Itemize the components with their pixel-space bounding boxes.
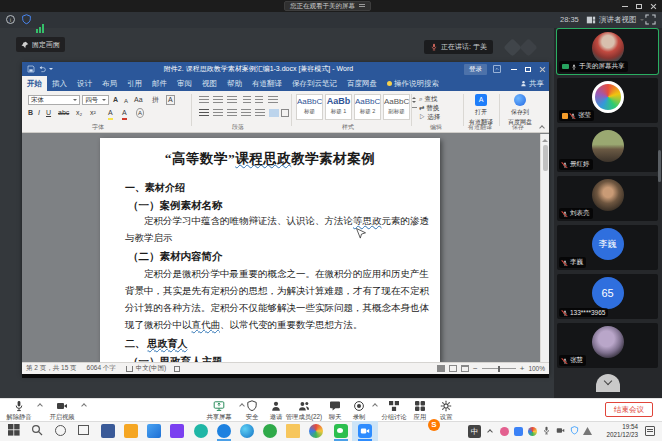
tab-baidupan[interactable]: 百度网盘: [342, 76, 382, 91]
notes-app-icon[interactable]: [124, 424, 138, 438]
wechat-icon[interactable]: [334, 424, 348, 438]
participant-tile[interactable]: 65 133****3965: [557, 274, 658, 319]
numbering-icon[interactable]: [213, 96, 223, 104]
tab-references[interactable]: 引用: [122, 76, 147, 91]
breakout-rooms-button[interactable]: 分组讨论: [376, 400, 412, 422]
style-title[interactable]: AaBbC标题: [296, 94, 323, 120]
tab-layout[interactable]: 布局: [97, 76, 122, 91]
maximize-button[interactable]: [632, 0, 646, 12]
ribbon-display-icon[interactable]: [493, 65, 501, 73]
pin-tooltip[interactable]: 固定画面: [16, 37, 65, 52]
purple-app-icon[interactable]: [170, 424, 184, 438]
subscript-button[interactable]: x₂: [76, 108, 82, 118]
participant-tile[interactable]: 李巍 李巍: [557, 225, 658, 270]
justify-icon[interactable]: [241, 109, 251, 117]
read-mode-icon[interactable]: [437, 365, 445, 372]
fullscreen-icon[interactable]: [645, 14, 656, 25]
font-name-select[interactable]: 宋体: [28, 95, 80, 105]
styles-gallery-scroll[interactable]: [412, 95, 417, 108]
cortana-icon[interactable]: [54, 424, 68, 438]
share-screen-button[interactable]: 共享屏幕: [200, 400, 238, 422]
participant-tile[interactable]: 景红婷: [557, 127, 658, 172]
start-video-button[interactable]: 开启视频: [44, 400, 80, 422]
edge-icon[interactable]: [240, 424, 254, 438]
tray-app-icon[interactable]: [528, 427, 537, 436]
participant-tile[interactable]: 刘表亮: [557, 176, 658, 221]
share-button[interactable]: 共享: [515, 76, 549, 91]
grow-font-button[interactable]: A: [113, 95, 118, 105]
bold-button[interactable]: B: [28, 108, 33, 118]
docs-app-icon[interactable]: [147, 424, 161, 438]
tray-app-icon[interactable]: [514, 427, 523, 436]
tab-mailings[interactable]: 邮件: [147, 76, 172, 91]
security-button[interactable]: 安全: [240, 400, 264, 422]
bullets-icon[interactable]: [199, 96, 209, 104]
word-close-button[interactable]: [535, 63, 549, 75]
shading-icon[interactable]: [269, 109, 279, 117]
close-button[interactable]: [646, 0, 660, 12]
language-indicator[interactable]: 中文(中国): [136, 364, 166, 373]
style-heading1[interactable]: AaBb标题 1: [325, 94, 352, 120]
select-button[interactable]: ▷ 选择: [419, 112, 440, 122]
photos-app-icon[interactable]: [309, 424, 323, 438]
collapse-sidebar-button[interactable]: [596, 374, 620, 392]
font-color-button[interactable]: A: [122, 108, 127, 120]
decrease-indent-icon[interactable]: [243, 96, 251, 104]
search-icon[interactable]: [31, 424, 45, 438]
word-count[interactable]: 6064 个字: [87, 364, 116, 373]
chat-button[interactable]: 聊天: [323, 400, 347, 422]
tell-me-search[interactable]: 操作说明搜索: [382, 76, 444, 91]
sogou-ime-icon[interactable]: S: [428, 419, 440, 431]
align-center-icon[interactable]: [213, 109, 223, 117]
settings-button[interactable]: 设置: [434, 400, 458, 422]
youdao-translate-icon[interactable]: A: [475, 94, 487, 106]
style-heading2[interactable]: AaBbC标题 2: [354, 94, 381, 120]
zoom-in-button[interactable]: +: [520, 364, 525, 373]
character-border-button[interactable]: A: [166, 95, 175, 105]
multilevel-list-icon[interactable]: [227, 96, 237, 104]
tencent-meeting-icon[interactable]: [358, 424, 372, 438]
phonetic-guide-button[interactable]: 拼: [152, 95, 159, 105]
zoom-level[interactable]: 100%: [528, 365, 545, 372]
tab-cloudnote[interactable]: 保存到云笔记: [287, 76, 342, 91]
underline-button[interactable]: U: [46, 108, 51, 118]
taskbar-clock[interactable]: 19:54 2021/12/23: [594, 423, 638, 439]
tray-phone-icon[interactable]: [556, 426, 565, 435]
strikethrough-button[interactable]: abc: [58, 108, 69, 118]
word-restore-button[interactable]: [521, 63, 535, 75]
page-indicator[interactable]: 第 2 页，共 15 页: [26, 364, 77, 373]
minimize-button[interactable]: [618, 0, 632, 12]
baidu-pan-icon[interactable]: [514, 94, 526, 106]
task-view-icon[interactable]: [77, 424, 91, 438]
proofing-icon[interactable]: [126, 366, 133, 372]
cloud-app-icon[interactable]: [194, 424, 208, 438]
quick-access-toolbar[interactable]: [27, 65, 53, 73]
superscript-button[interactable]: x²: [90, 108, 96, 118]
tray-mic-icon[interactable]: [542, 426, 551, 435]
shrink-font-button[interactable]: A: [124, 96, 128, 106]
style-subtitle[interactable]: AaBbC副标题: [383, 94, 410, 120]
apps-button[interactable]: 应用: [408, 400, 432, 422]
highlight-color-button[interactable]: A: [108, 108, 113, 120]
word-minimize-button[interactable]: [507, 63, 521, 75]
sort-icon[interactable]: [268, 96, 278, 104]
manage-members-button[interactable]: 管理成员(22): [282, 400, 326, 422]
action-center-icon[interactable]: [645, 426, 655, 436]
zoom-out-button[interactable]: −: [473, 364, 478, 373]
borders-icon[interactable]: [281, 109, 289, 117]
enclose-character-button[interactable]: A: [136, 108, 144, 118]
tab-insert[interactable]: 插入: [47, 76, 72, 91]
unmute-button[interactable]: 解除静音: [2, 400, 36, 422]
macro-record-icon[interactable]: [174, 366, 180, 372]
align-right-icon[interactable]: [227, 109, 237, 117]
change-case-button[interactable]: Aa: [134, 95, 143, 105]
tray-app-icon[interactable]: [500, 427, 509, 436]
participant-tile[interactable]: 张慧: [557, 323, 658, 368]
end-meeting-button[interactable]: 结束会议: [605, 402, 653, 417]
qq-browser-icon[interactable]: [217, 424, 231, 438]
sidebar-scrollbar[interactable]: [658, 150, 661, 182]
record-button[interactable]: 录制: [347, 400, 371, 422]
tab-help[interactable]: 帮助: [222, 76, 247, 91]
increase-indent-icon[interactable]: [255, 96, 263, 104]
defender-shield-icon[interactable]: [570, 426, 579, 435]
